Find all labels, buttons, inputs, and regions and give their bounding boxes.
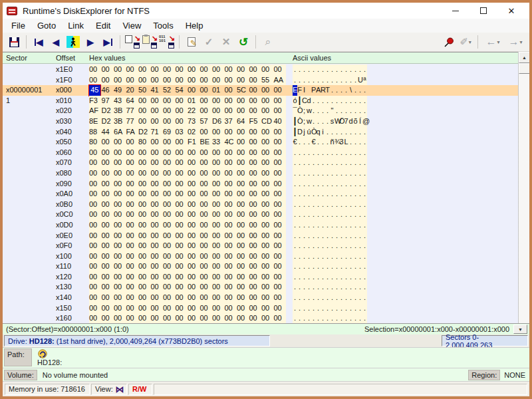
hex-byte[interactable]: 00 <box>188 168 200 179</box>
hex-byte[interactable]: 00 <box>237 148 249 158</box>
ascii-char[interactable]: . <box>297 282 302 293</box>
ascii-cell[interactable]: ó┃Cd............ <box>293 96 367 106</box>
ascii-char[interactable]: . <box>358 303 362 314</box>
ascii-char[interactable]: . <box>330 75 334 86</box>
hex-bytes-cell[interactable]: 00000000000000000000000000000000 <box>89 261 286 272</box>
ascii-char[interactable]: . <box>316 75 321 86</box>
ascii-char[interactable]: . <box>293 241 297 251</box>
hex-row[interactable]: x0C000000000000000000000000000000000....… <box>3 209 518 220</box>
hex-byte[interactable]: 00 <box>151 148 164 158</box>
ascii-char[interactable]: . <box>330 209 334 220</box>
hex-byte[interactable]: 00 <box>138 148 151 158</box>
hex-byte[interactable]: 00 <box>163 293 176 303</box>
ascii-char[interactable]: . <box>307 148 311 158</box>
hex-byte[interactable]: 00 <box>176 241 188 251</box>
ascii-char[interactable]: . <box>362 106 367 116</box>
ascii-char[interactable]: . <box>362 241 367 251</box>
hex-row[interactable]: x1F0000000000000000000000000000055AA....… <box>3 75 518 86</box>
ascii-char[interactable]: ¯ <box>293 106 297 116</box>
hex-byte[interactable]: 00 <box>176 189 188 200</box>
hex-byte[interactable]: 00 <box>200 158 213 168</box>
hex-byte[interactable]: 00 <box>225 261 237 272</box>
ascii-char[interactable]: . <box>311 272 316 283</box>
hex-byte[interactable]: 00 <box>249 65 262 75</box>
save-button[interactable] <box>5 34 23 50</box>
ascii-char[interactable]: . <box>325 75 330 86</box>
hex-byte[interactable]: 00 <box>212 231 225 241</box>
hex-row[interactable]: 1x010F3974364000000000100000000000000ó┃C… <box>3 96 518 106</box>
hex-byte[interactable]: 00 <box>176 231 188 241</box>
hex-byte[interactable]: 00 <box>151 241 164 251</box>
ascii-char[interactable]: . <box>297 220 302 231</box>
menu-item-view[interactable]: View <box>116 19 147 32</box>
hex-bytes-cell[interactable]: 00000000000000000000000000000000 <box>89 241 286 251</box>
hex-byte[interactable]: 00 <box>249 168 262 179</box>
ascii-char[interactable]: Ò <box>311 127 316 138</box>
ascii-char[interactable]: . <box>311 241 316 251</box>
ascii-char[interactable]: w <box>307 106 311 116</box>
hex-byte[interactable]: 77 <box>126 116 139 127</box>
ascii-char[interactable]: . <box>321 96 325 106</box>
hex-byte[interactable]: 00 <box>200 272 213 283</box>
hex-byte[interactable]: 00 <box>138 282 151 293</box>
hex-byte[interactable]: 00 <box>163 137 176 148</box>
ascii-char[interactable]: . <box>311 96 316 106</box>
hex-byte[interactable]: 00 <box>212 293 225 303</box>
ascii-cell[interactable]: ................ <box>293 179 367 190</box>
ascii-char[interactable]: . <box>325 220 330 231</box>
hex-byte[interactable]: 00 <box>151 168 164 179</box>
ascii-char[interactable]: . <box>348 293 353 303</box>
ascii-char[interactable]: . <box>362 313 367 323</box>
hex-byte[interactable]: 00 <box>249 148 262 158</box>
hex-byte[interactable]: 00 <box>200 85 213 96</box>
ascii-char[interactable]: . <box>334 168 339 179</box>
scroll-up-button[interactable]: ▲ <box>519 52 529 63</box>
ascii-char[interactable]: . <box>344 75 348 86</box>
ascii-char[interactable]: . <box>362 179 367 190</box>
hex-byte[interactable]: 00 <box>188 261 200 272</box>
ascii-char[interactable]: . <box>353 65 358 75</box>
run-walk-button[interactable] <box>65 34 82 50</box>
hex-row[interactable]: x11000000000000000000000000000000000....… <box>3 261 518 272</box>
hex-byte[interactable]: 00 <box>261 137 274 148</box>
hex-byte[interactable]: 00 <box>200 96 213 106</box>
hex-byte[interactable]: 00 <box>237 75 249 86</box>
ascii-char[interactable]: . <box>321 189 325 200</box>
hex-byte[interactable]: 20 <box>126 85 139 96</box>
ascii-char[interactable]: . <box>330 282 334 293</box>
ascii-char[interactable]: . <box>339 179 344 190</box>
ascii-char[interactable]: ú <box>307 127 311 138</box>
hex-byte[interactable]: 00 <box>176 65 188 75</box>
ascii-char[interactable]: . <box>297 148 302 158</box>
hex-byte[interactable]: 73 <box>188 116 200 127</box>
hex-byte[interactable]: 00 <box>237 231 249 241</box>
hex-byte[interactable]: 00 <box>126 261 139 272</box>
ascii-char[interactable]: . <box>293 158 297 168</box>
ascii-char[interactable]: . <box>316 231 321 241</box>
hex-row[interactable]: x08000000000000000000000000000000000....… <box>3 168 518 179</box>
hex-byte[interactable]: 41 <box>151 85 164 96</box>
hex-byte[interactable]: 00 <box>212 148 225 158</box>
hex-byte[interactable]: 00 <box>274 148 287 158</box>
ascii-char[interactable]: . <box>321 158 325 168</box>
hex-byte[interactable]: 00 <box>89 251 102 262</box>
hex-byte[interactable]: 00 <box>261 231 274 241</box>
hex-byte[interactable]: 00 <box>249 241 262 251</box>
hex-byte[interactable]: 00 <box>89 231 102 241</box>
ascii-cell[interactable]: ................ <box>293 241 367 251</box>
hex-byte[interactable]: D2 <box>138 127 151 138</box>
hex-byte[interactable]: 00 <box>225 75 237 86</box>
hex-byte[interactable]: 00 <box>151 179 164 190</box>
hex-byte[interactable]: 00 <box>249 106 262 116</box>
hex-byte[interactable]: 77 <box>126 106 139 116</box>
hex-byte[interactable]: 00 <box>138 179 151 190</box>
copy-to-file-button[interactable]: ↘ <box>141 34 158 50</box>
hex-byte[interactable]: 00 <box>225 148 237 158</box>
ascii-char[interactable]: . <box>293 272 297 283</box>
ascii-char[interactable]: . <box>344 179 348 190</box>
ascii-char[interactable]: . <box>330 158 334 168</box>
hex-byte[interactable]: 00 <box>200 189 213 200</box>
ascii-char[interactable]: . <box>344 200 348 210</box>
ascii-char[interactable]: . <box>353 231 358 241</box>
ascii-char[interactable]: . <box>311 282 316 293</box>
